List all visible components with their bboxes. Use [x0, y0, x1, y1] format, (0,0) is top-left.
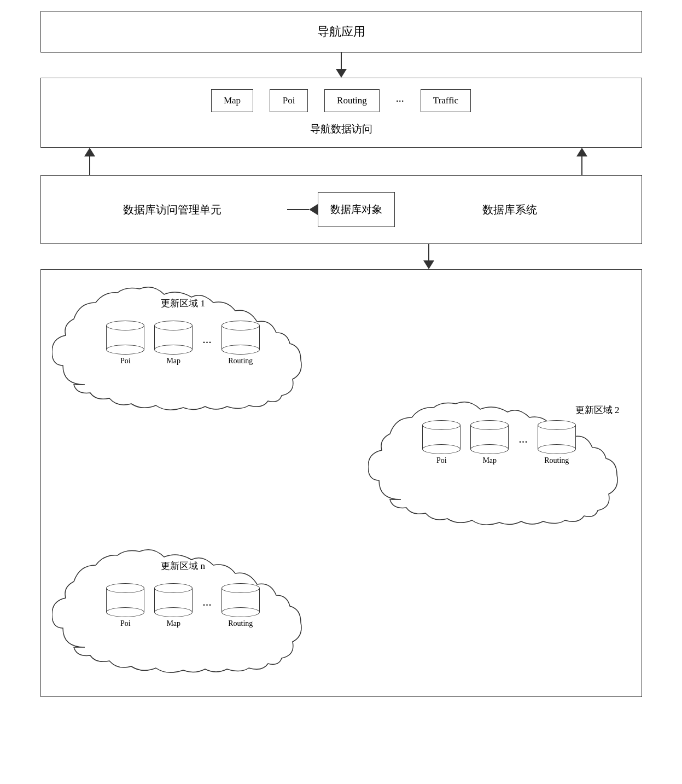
cyl-label-poi: Poi	[436, 456, 447, 465]
cyl-bottom	[470, 444, 509, 454]
cyl-label-poi: Poi	[120, 357, 131, 365]
cloud-1-content: 更新区域 1 Poi	[52, 286, 314, 412]
db-object-area: 数据库对象	[318, 192, 395, 227]
box-poi: Poi	[270, 89, 308, 112]
dots-n: ...	[202, 595, 212, 617]
cyl-label-routing: Routing	[228, 619, 253, 628]
cyl-top	[106, 583, 144, 593]
cyl-top	[221, 583, 260, 593]
cyl-top	[470, 420, 509, 430]
cyl-bottom	[154, 345, 193, 355]
cyl-label-map: Map	[166, 357, 180, 365]
box-traffic: Traffic	[421, 89, 471, 112]
cyl-map-2: Map	[470, 420, 509, 465]
cyl-poi-2: Poi	[422, 420, 461, 465]
cyl-bottom	[221, 607, 260, 617]
cloud-1-items: Poi Map ...	[106, 321, 260, 365]
dots-1: ...	[202, 332, 212, 354]
db-left-unit: 数据库访问管理单元	[57, 202, 288, 217]
box-map: Map	[211, 89, 253, 112]
db-arrow-area	[287, 204, 318, 215]
cloud-region-1: 更新区域 1 Poi	[52, 286, 314, 412]
db-system-text: 数据库系统	[482, 202, 537, 217]
arrow-line	[341, 53, 342, 69]
data-access-boxes: Map Poi Routing ... Traffic	[211, 89, 471, 112]
arrow-line-right	[581, 156, 582, 175]
dots-2: ...	[518, 432, 528, 454]
cyl-routing-1: Routing	[221, 321, 260, 365]
layer-data-access: Map Poi Routing ... Traffic 导航数据访问	[40, 78, 642, 148]
cyl-bottom	[154, 607, 193, 617]
layer-nav-app: 导航应用	[40, 11, 642, 53]
arrow-head-db	[423, 260, 434, 269]
horiz-line	[287, 209, 309, 210]
cyl-label-map: Map	[482, 456, 497, 465]
cloud-n-items: Poi Map ... Routin	[106, 583, 260, 628]
cyl-label-poi: Poi	[120, 619, 131, 628]
two-arrows-row	[40, 148, 642, 175]
arrow-head-right	[576, 148, 587, 156]
nav-app-label: 导航应用	[317, 24, 365, 40]
layer-update-regions: 更新区域 1 Poi	[40, 269, 642, 697]
cyl-poi-n: Poi	[106, 583, 144, 628]
cyl-bottom	[106, 607, 144, 617]
cyl-bottom	[106, 345, 144, 355]
cyl-label-map: Map	[166, 619, 180, 628]
cyl-label-routing: Routing	[544, 456, 569, 465]
cloud-region-2: Poi Map ... Routin	[368, 401, 631, 527]
cyl-top	[538, 420, 576, 430]
cloud-n-content: 更新区域 n Poi Map	[52, 549, 314, 675]
cloud-row-1: 更新区域 1 Poi	[52, 286, 631, 412]
cloud-region-n: 更新区域 n Poi Map	[52, 549, 314, 675]
db-object-label: 数据库对象	[330, 204, 382, 215]
cloud-row-2: 更新区域 2 Poi	[52, 401, 631, 527]
cloud-2-items: Poi Map ... Routin	[422, 420, 576, 465]
box-dots: ...	[396, 92, 404, 110]
cloud-1-label: 更新区域 1	[161, 297, 205, 310]
cyl-routing-2: Routing	[538, 420, 576, 465]
cyl-poi-1: Poi	[106, 321, 144, 365]
arrow-head-left-horiz	[309, 204, 318, 215]
cyl-bottom	[422, 444, 461, 454]
arrow-head-down	[336, 69, 347, 78]
arrow-right-up	[576, 148, 587, 175]
cloud-row-n: 更新区域 n Poi Map	[52, 549, 631, 675]
cloud-n-label: 更新区域 n	[161, 560, 205, 572]
arrow-head-left	[84, 148, 95, 156]
arrow-left-up	[84, 148, 95, 175]
arrow-line-db	[428, 244, 429, 260]
cyl-bottom	[221, 345, 260, 355]
data-access-label: 导航数据访问	[310, 122, 372, 136]
diagram-container: 导航应用 Map Poi Routing ... Traffic 导航数据访问	[40, 11, 642, 697]
db-system-label: 数据库系统	[395, 202, 625, 217]
cyl-top	[106, 321, 144, 330]
arrow-nav-to-access	[336, 53, 347, 78]
cyl-top	[422, 420, 461, 430]
cyl-bottom	[538, 444, 576, 454]
db-access-label: 数据库访问管理单元	[123, 202, 221, 217]
cyl-top	[221, 321, 260, 330]
cyl-top	[154, 583, 193, 593]
cyl-label-routing: Routing	[228, 357, 253, 365]
arrow-line-left	[89, 156, 90, 175]
db-object-box: 数据库对象	[318, 192, 395, 227]
cyl-top	[154, 321, 193, 330]
box-routing: Routing	[324, 89, 380, 112]
cyl-map-n: Map	[154, 583, 193, 628]
cyl-map-1: Map	[154, 321, 193, 365]
layer-db-system: 数据库访问管理单元 数据库对象 数据库系统	[40, 175, 642, 244]
cloud-2-content: Poi Map ... Routin	[368, 401, 631, 527]
arrow-db-to-regions	[423, 244, 434, 269]
cyl-routing-n: Routing	[221, 583, 260, 628]
